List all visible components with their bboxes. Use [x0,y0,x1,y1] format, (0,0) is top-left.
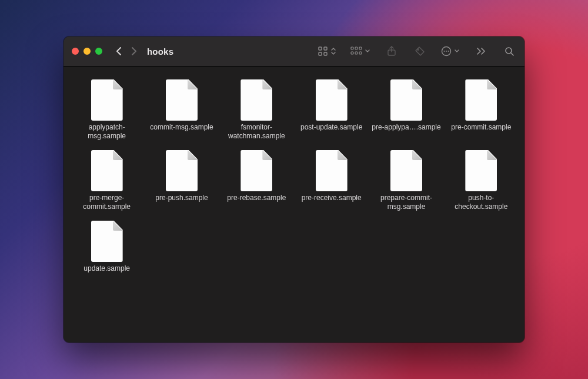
file-item[interactable]: applypatch-msg.sample [71,77,143,143]
file-grid-area[interactable]: applypatch-msg.samplecommit-msg.samplefs… [64,67,524,343]
grid-icon [318,46,328,56]
desktop-wallpaper: hooks [0,0,588,379]
traffic-lights [72,48,102,55]
file-item[interactable]: update.sample [71,218,143,275]
svg-rect-1 [324,47,327,50]
finder-window: hooks [64,36,524,343]
file-name-label: pre-receive.sample [302,194,362,202]
chevron-down-icon [365,49,370,54]
svg-point-15 [448,51,449,52]
forward-button[interactable] [127,45,140,58]
document-icon [316,79,348,121]
svg-rect-5 [355,47,358,49]
document-icon [240,150,272,191]
chevron-down-icon [454,49,460,54]
actions-menu-button[interactable] [441,46,460,56]
tag-icon [415,46,425,56]
svg-rect-3 [324,52,327,55]
svg-rect-0 [319,47,322,50]
document-icon [240,79,272,121]
group-by-button[interactable] [350,46,370,56]
svg-point-13 [444,51,445,52]
file-name-label: pre-push.sample [155,194,208,202]
file-item[interactable]: push-to-checkout.sample [445,148,517,214]
search-icon [505,46,514,56]
svg-rect-6 [359,47,362,49]
back-button[interactable] [113,45,126,58]
document-icon [91,150,123,191]
file-name-label: update.sample [83,264,130,273]
document-icon [91,221,123,262]
window-toolbar: hooks [64,36,524,67]
overflow-button[interactable] [474,44,488,58]
share-button[interactable] [385,44,399,58]
ellipsis-circle-icon [441,46,452,56]
svg-rect-9 [359,52,362,54]
zoom-window-button[interactable] [95,48,102,55]
svg-rect-8 [355,52,358,54]
file-item[interactable]: post-update.sample [295,77,368,143]
svg-point-14 [446,51,447,52]
double-chevron-right-icon [476,47,486,55]
svg-rect-2 [319,52,322,55]
svg-rect-4 [351,47,353,49]
file-name-label: commit-msg.sample [150,123,213,132]
document-icon [465,79,497,121]
document-icon [166,79,198,121]
share-icon [387,46,396,56]
file-item[interactable]: commit-msg.sample [145,77,218,143]
file-name-label: pre-commit.sample [451,123,511,132]
document-icon [390,79,422,121]
file-item[interactable]: pre-commit.sample [445,77,517,143]
file-name-label: applypatch-msg.sample [72,123,142,141]
svg-rect-7 [351,52,353,54]
document-icon [316,150,348,191]
file-name-label: pre-merge-commit.sample [72,194,142,211]
window-title: hooks [147,46,173,56]
file-name-label: fsmonitor-watchman.sample [222,123,292,141]
nav-controls [113,45,140,58]
file-name-label: post-update.sample [300,123,362,132]
view-icon-mode-button[interactable] [318,46,336,56]
file-item[interactable]: fsmonitor-watchman.sample [220,77,293,143]
toolbar-actions [318,44,516,58]
file-item[interactable]: pre-applypa….sample [370,77,442,143]
document-icon [166,150,198,191]
document-icon [465,150,497,191]
search-button[interactable] [502,44,516,58]
file-name-label: pre-applypa….sample [372,123,440,132]
file-item[interactable]: pre-push.sample [145,148,218,214]
grid-small-icon [350,46,362,56]
document-icon [91,79,123,121]
file-name-label: prepare-commit-msg.sample [371,194,441,211]
file-name-label: push-to-checkout.sample [446,194,516,211]
file-item[interactable]: pre-rebase.sample [220,148,293,214]
close-window-button[interactable] [72,48,79,55]
file-item[interactable]: prepare-commit-msg.sample [370,148,442,214]
file-item[interactable]: pre-merge-commit.sample [71,148,143,214]
tags-button[interactable] [413,44,427,58]
file-name-label: pre-rebase.sample [227,194,286,202]
svg-point-11 [417,49,419,50]
file-item[interactable]: pre-receive.sample [295,148,368,214]
minimize-window-button[interactable] [83,48,91,55]
document-icon [390,150,422,191]
up-down-chevron-icon [330,47,336,55]
